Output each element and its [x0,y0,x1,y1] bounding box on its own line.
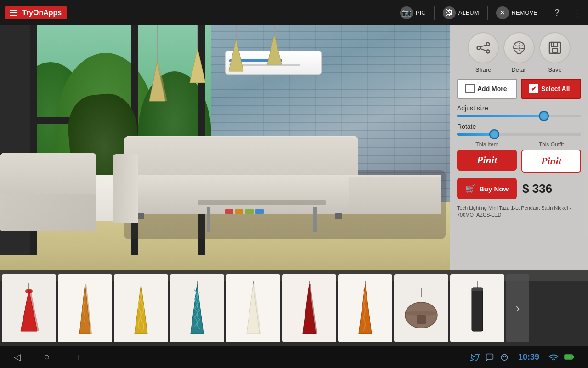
more-options-button[interactable]: ⋮ [566,5,588,21]
svg-line-8 [480,45,486,47]
help-icon: ? [554,7,560,18]
gallery-item-7[interactable] [338,274,392,342]
gallery: › [0,270,588,346]
slider-thumb-size[interactable] [539,111,549,121]
svg-marker-2 [190,48,205,83]
adjust-size-slider[interactable] [457,115,581,117]
svg-marker-3 [229,39,243,71]
product-info: Tech Lighting Mini Taza 1-Lt Pendant Sat… [457,205,581,274]
detail-button[interactable]: Detail [503,32,535,73]
table-item-2 [235,209,243,214]
back-button[interactable]: ◁ [14,351,21,362]
svg-marker-24 [191,284,204,334]
svg-rect-38 [472,288,483,331]
svg-point-7 [486,50,490,53]
gallery-pendant-svg-8 [403,288,440,329]
gallery-item-4[interactable] [170,274,224,342]
share-button[interactable]: Share [468,32,499,73]
pinit-this-outfit-section: This Outfit Pinit [521,141,581,172]
wifi-icon [548,353,559,361]
gallery-pendant-svg-4 [183,281,211,336]
select-all-checkbox: ✔ [529,84,538,93]
album-label: ALBUM [458,9,479,16]
right-panel: Share Detail [450,25,588,281]
gallery-item-2[interactable] [58,274,112,342]
add-more-label: Add More [477,85,507,92]
table-items [225,209,264,214]
home-button[interactable]: ○ [44,351,50,363]
pinit-row: This Item Pinit This Outfit Pinit [457,141,581,172]
gallery-pendant-svg-5 [239,281,267,336]
table-item-1 [225,209,233,214]
recent-apps-button[interactable]: □ [73,352,78,362]
svg-point-43 [553,361,554,361]
pinit-this-outfit-button[interactable]: Pinit [521,150,581,172]
svg-rect-12 [552,48,558,52]
remove-label: REMOVE [512,9,537,16]
table-item-4 [255,209,264,214]
add-more-button[interactable]: Add More [457,79,517,99]
gallery-pendant-svg-7 [351,281,379,336]
gallery-item-5[interactable] [226,274,280,342]
svg-rect-45 [573,356,574,358]
slider-thumb-rotate[interactable] [489,129,499,139]
adjust-size-section: Adjust size [457,104,581,117]
sofa-leg-1 [138,213,144,219]
pendant-shade-2 [186,48,209,85]
gallery-item-9[interactable] [450,274,504,342]
menu-icon[interactable] [10,10,17,16]
chair-back [0,153,96,194]
select-all-button[interactable]: ✔ Select All [521,79,581,99]
share-label: Share [475,66,492,73]
this-item-label: This Item [457,141,517,148]
pendant-wire-2 [197,25,198,48]
svg-point-40 [501,354,507,360]
rotate-slider[interactable] [457,133,581,136]
rotate-section: Rotate [457,123,581,136]
gallery-pendant-svg-2 [71,281,99,336]
buy-now-button[interactable]: 🛒 Buy Now [457,178,517,199]
help-button[interactable]: ? [548,5,566,21]
gallery-item-1[interactable] [2,274,56,342]
app-name-label: TryOnApps [22,9,62,17]
more-icon: ⋮ [572,7,582,18]
svg-rect-46 [565,355,572,359]
clock-display: 10:39 [518,352,539,362]
pinit-this-item-section: This Item Pinit [457,141,517,172]
twitter-icon [470,353,480,361]
svg-point-41 [503,356,504,357]
slider-fill-rotate [457,133,494,136]
add-more-checkbox [465,84,475,93]
pendant-wire-1 [157,25,158,62]
gallery-more-button[interactable]: › [506,274,529,342]
svg-rect-39 [472,288,483,291]
divider-3 [546,6,546,20]
gallery-item-8[interactable] [394,274,448,342]
share-icon [468,32,499,63]
pic-button[interactable]: 📷 PIC [394,4,432,22]
svg-point-42 [505,356,506,357]
select-all-label: Select All [541,85,570,92]
rotate-label: Rotate [457,123,581,130]
gallery-pendant-svg-6 [295,281,323,336]
app-logo[interactable]: TryOnApps [5,6,67,19]
pinit-this-item-button[interactable]: Pinit [457,150,517,171]
album-button[interactable]: 🖼 ALBUM [436,4,486,22]
gallery-pendant-svg-3 [127,281,155,336]
toolbar: TryOnApps 📷 PIC 🖼 ALBUM ✕ REMOVE ? ⋮ [0,0,588,25]
pendant-wire-3 [236,25,237,39]
pendant-light-1 [145,25,170,104]
pinit-logo-1: Pinit [477,154,497,166]
remove-button[interactable]: ✕ REMOVE [490,4,544,22]
adjust-size-label: Adjust size [457,104,581,112]
table-top [198,200,326,205]
gallery-item-3[interactable] [114,274,168,342]
battery-icon [564,354,574,360]
svg-rect-36 [417,315,426,324]
svg-point-6 [477,46,481,50]
pinit-logo-2: Pinit [541,155,561,167]
save-button[interactable]: Save [539,32,571,73]
gallery-item-6[interactable] [282,274,336,342]
buy-row: 🛒 Buy Now $ 336 [457,178,581,199]
chevron-right-icon: › [515,301,520,316]
